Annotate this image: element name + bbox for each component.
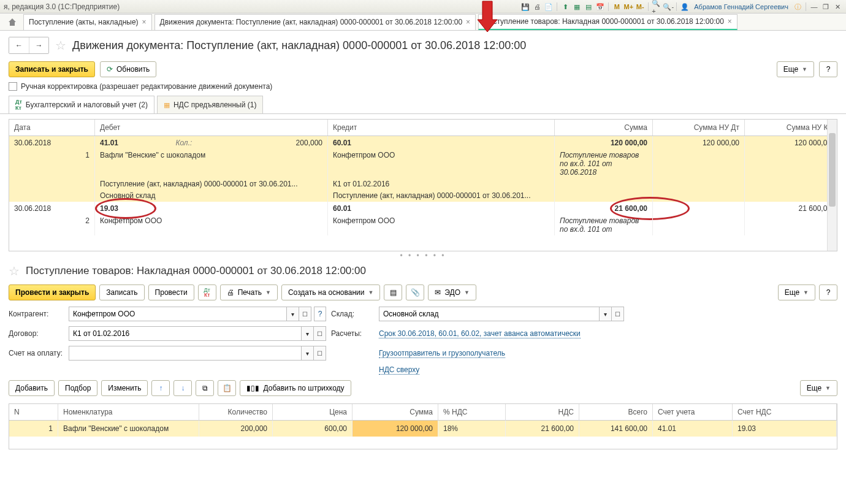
user-icon[interactable]: 👤 [680,2,690,12]
move-up-button[interactable]: ↑ [151,380,170,396]
minimize-icon[interactable]: — [809,2,819,12]
open-icon[interactable]: ☐ [314,326,326,341]
chevron-down-icon[interactable]: ▾ [600,307,612,321]
save-button[interactable]: Записать [99,284,144,300]
paste-button[interactable]: 📋 [218,380,236,396]
col-nukt[interactable]: Сумма НУ Кт [745,120,837,136]
username[interactable]: Абрамов Геннадий Сергеевич [692,3,791,10]
contract-combo[interactable]: ▾ ☐ [69,326,326,341]
m-minus-icon[interactable]: M- [635,2,645,12]
col-date[interactable]: Дата [9,120,95,136]
subtab-accounting[interactable]: ДтКт Бухгалтерский и налоговый учет (2) [9,96,154,113]
help-button[interactable]: ? [819,284,837,300]
nds-link[interactable]: НДС сверху [379,365,419,375]
pick-button[interactable]: Подбор [58,380,97,396]
edit-button[interactable]: Изменить [101,380,148,396]
manual-edit-checkbox[interactable] [9,82,17,91]
col-total[interactable]: Всего [579,404,653,421]
grid-subrow[interactable]: Поступление (акт, накладная) 0000-000001… [9,178,837,190]
col-n[interactable]: N [9,404,58,421]
print-button[interactable]: 🖨 Печать ▼ [220,284,278,300]
col-pnds[interactable]: % НДС [438,404,506,421]
dtkt-button[interactable]: ДтКт [198,284,216,300]
info-icon[interactable]: ⓘ [793,2,802,12]
warehouse-combo[interactable]: ▾ ☐ [379,307,624,321]
scrollbar[interactable] [827,120,837,251]
nav-back-button[interactable]: ← [9,37,29,53]
col-nds[interactable]: НДС [506,404,579,421]
items-row[interactable]: 1 Вафли "Венские" с шоколадом 200,000 60… [9,421,837,437]
col-nom[interactable]: Номенклатура [58,404,199,421]
copy-button[interactable]: ⧉ [196,380,214,396]
add-button[interactable]: Добавить [9,380,55,396]
more-button[interactable]: Еще ▼ [777,61,814,77]
contractor-combo[interactable]: ▾ ☐ [69,307,311,321]
grid-subrow[interactable]: Основной склад Поступление (акт, накладн… [9,190,837,202]
post-button[interactable]: Провести [148,284,194,300]
chevron-down-icon[interactable]: ▾ [302,346,314,361]
subtab-nds[interactable]: ▦ НДС предъявленный (1) [157,96,263,113]
invoice-combo[interactable]: ▾ ☐ [69,346,326,361]
col-nudt[interactable]: Сумма НУ Дт [653,120,745,136]
col-summa[interactable]: Сумма [555,120,653,136]
col-acc[interactable]: Счет учета [653,404,733,421]
invoice-input[interactable] [69,346,302,361]
open-icon[interactable]: ☐ [299,307,311,321]
open-icon[interactable]: ☐ [314,346,326,361]
col-qty[interactable]: Количество [199,404,273,421]
contract-input[interactable] [69,326,302,341]
favorite-icon[interactable]: ☆ [9,264,20,278]
save-close-button[interactable]: Записать и закрыть [9,61,95,77]
splitter-handle[interactable]: • • • • • • [0,251,846,260]
home-button[interactable] [4,15,21,29]
doc-icon[interactable]: 📄 [544,2,554,12]
warehouse-input[interactable] [379,307,600,321]
zoom-in-icon[interactable]: 🔍+ [652,2,661,12]
calendar-icon[interactable]: 📅 [595,2,605,12]
close-tab-icon[interactable]: × [728,17,732,26]
calculations-link[interactable]: Срок 30.06.2018, 60.01, 60.02, зачет ава… [379,329,581,338]
tab-item[interactable]: Движения документа: Поступление (акт, на… [154,14,476,30]
col-price[interactable]: Цена [273,404,352,421]
calc-icon[interactable]: ⬆ [560,2,570,12]
col-debet[interactable]: Дебет [95,120,328,136]
grid-icon[interactable]: ▤ [584,2,593,12]
close-tab-icon[interactable]: × [142,18,147,26]
shipper-link[interactable]: Грузоотправитель и грузополучатель [379,349,505,358]
nav-forward-button[interactable]: → [29,37,48,53]
close-icon[interactable]: ✕ [833,2,842,12]
favorite-icon[interactable]: ☆ [55,38,66,53]
edo-button[interactable]: ✉ ЭДО ▼ [428,284,476,300]
help-button[interactable]: ? [819,61,837,77]
grid-row[interactable]: 30.06.2018 19.03 60.01 21 600,00 21 600,… [9,202,837,215]
close-tab-icon[interactable]: × [466,18,470,26]
post-close-button[interactable]: Провести и закрыть [9,284,96,300]
col-sum[interactable]: Сумма [352,404,438,421]
col-ndsacc[interactable]: Счет НДС [733,404,837,421]
create-from-button[interactable]: Создать на основании ▼ [281,284,380,300]
barcode-button[interactable]: ▮▯▮ Добавить по штрихкоду [240,380,351,396]
files-button[interactable]: ▤ [384,284,402,300]
chevron-down-icon[interactable]: ▾ [302,326,314,341]
more-button[interactable]: Еще ▼ [800,380,837,396]
grid-subrow[interactable]: 1 Вафли "Венские" с шоколадом Конфетпром… [9,150,837,178]
scroll-thumb[interactable] [829,133,836,207]
refresh-button[interactable]: ⟳ Обновить [100,61,156,77]
open-icon[interactable]: ☐ [612,307,624,321]
grid-subrow[interactable]: 2 Конфетпром ООО Конфетпром ООО Поступле… [9,215,837,235]
col-kredit[interactable]: Кредит [328,120,555,136]
help-icon[interactable]: ? [314,307,326,321]
tab-item[interactable]: Поступление (акты, накладные) × [23,14,152,30]
print-icon[interactable]: 🖨 [532,2,542,12]
more-button[interactable]: Еще ▼ [778,284,815,300]
contractor-input[interactable] [69,307,287,321]
attach-button[interactable]: 📎 [406,284,424,300]
zoom-out-icon[interactable]: 🔍- [663,2,673,12]
save-icon[interactable]: 💾 [520,2,530,12]
chevron-down-icon[interactable]: ▾ [287,307,299,321]
sheet-icon[interactable]: ▦ [572,2,582,12]
tab-item-active[interactable]: Поступление товаров: Накладная 0000-0000… [478,14,737,30]
move-down-button[interactable]: ↓ [173,380,192,396]
maximize-icon[interactable]: ❐ [821,2,831,12]
m-plus-icon[interactable]: M+ [623,2,633,12]
